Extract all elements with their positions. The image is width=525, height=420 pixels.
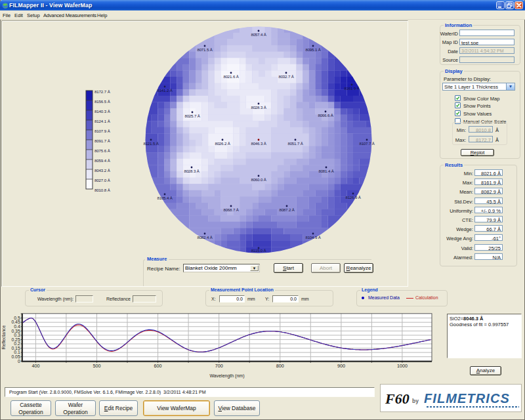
svg-text:8141.2 Å: 8141.2 Å bbox=[157, 88, 173, 93]
svg-text:0.15: 0.15 bbox=[11, 346, 20, 350]
svg-text:8075.6 Å: 8075.6 Å bbox=[94, 148, 111, 153]
svg-text:8026.2 Å: 8026.2 Å bbox=[215, 141, 230, 146]
svg-text:8126.9 Å: 8126.9 Å bbox=[345, 195, 361, 200]
svg-text:0.35: 0.35 bbox=[11, 329, 20, 333]
svg-text:8010.8 Å: 8010.8 Å bbox=[94, 188, 111, 192]
svg-text:900: 900 bbox=[337, 363, 345, 369]
svg-text:8021.6 Å: 8021.6 Å bbox=[223, 74, 239, 79]
svg-text:0.45: 0.45 bbox=[11, 320, 20, 324]
svg-text:8043.2 Å: 8043.2 Å bbox=[94, 168, 111, 173]
svg-text:0.2: 0.2 bbox=[14, 341, 20, 346]
svg-text:0.4: 0.4 bbox=[14, 324, 20, 329]
svg-text:8172.7 Å: 8172.7 Å bbox=[94, 89, 111, 94]
svg-text:Reflectance: Reflectance bbox=[1, 325, 6, 349]
svg-text:0.25: 0.25 bbox=[11, 337, 20, 342]
svg-text:8115.0 Å: 8115.0 Å bbox=[251, 248, 267, 253]
svg-text:8032.7 Å: 8032.7 Å bbox=[278, 74, 294, 79]
svg-text:8068.7 Å: 8068.7 Å bbox=[223, 207, 239, 212]
svg-text:8028.3 Å: 8028.3 Å bbox=[184, 169, 200, 173]
svg-text:8107.9 Å: 8107.9 Å bbox=[94, 129, 111, 133]
svg-text:8087.2 Å: 8087.2 Å bbox=[279, 207, 295, 212]
svg-text:8066.6 Å: 8066.6 Å bbox=[318, 113, 333, 117]
svg-text:8121.5 Å: 8121.5 Å bbox=[143, 141, 159, 146]
svg-text:8161.9 Å: 8161.9 Å bbox=[344, 86, 360, 91]
svg-text:8107.7 Å: 8107.7 Å bbox=[359, 141, 375, 146]
svg-text:8156.5 Å: 8156.5 Å bbox=[94, 99, 111, 104]
svg-text:8071.5 Å: 8071.5 Å bbox=[197, 47, 213, 52]
svg-text:8046.3 Å: 8046.3 Å bbox=[251, 141, 266, 146]
svg-text:8028.3 Å: 8028.3 Å bbox=[251, 105, 266, 110]
svg-text:8082.4 Å: 8082.4 Å bbox=[197, 235, 213, 240]
svg-text:8059.4 Å: 8059.4 Å bbox=[94, 158, 111, 163]
svg-text:0: 0 bbox=[18, 359, 20, 364]
svg-text:8104.9 Å: 8104.9 Å bbox=[305, 235, 321, 240]
svg-text:400: 400 bbox=[32, 363, 39, 369]
svg-text:0.05: 0.05 bbox=[11, 354, 20, 359]
svg-text:1000: 1000 bbox=[397, 363, 408, 369]
svg-text:8091.7 Å: 8091.7 Å bbox=[94, 138, 111, 143]
svg-text:0.3: 0.3 bbox=[14, 333, 20, 337]
svg-text:600: 600 bbox=[154, 363, 162, 369]
svg-text:8057.4 Å: 8057.4 Å bbox=[251, 32, 266, 37]
svg-text:8140.3 Å: 8140.3 Å bbox=[94, 109, 111, 114]
svg-text:500: 500 bbox=[93, 363, 101, 369]
svg-text:8081.4 Å: 8081.4 Å bbox=[318, 169, 334, 173]
svg-text:8095.1 Å: 8095.1 Å bbox=[305, 47, 321, 52]
svg-text:Wavelength (nm): Wavelength (nm) bbox=[209, 373, 244, 379]
svg-text:8105.4 Å: 8105.4 Å bbox=[157, 196, 173, 200]
svg-text:8060.0 Å: 8060.0 Å bbox=[251, 177, 266, 182]
svg-text:700: 700 bbox=[215, 363, 223, 369]
svg-text:8051.7 Å: 8051.7 Å bbox=[287, 141, 303, 146]
svg-text:8025.7 Å: 8025.7 Å bbox=[184, 114, 200, 118]
svg-text:8124.1 Å: 8124.1 Å bbox=[94, 119, 111, 123]
svg-text:0.1: 0.1 bbox=[14, 350, 20, 354]
svg-text:0.5: 0.5 bbox=[14, 316, 20, 320]
svg-text:800: 800 bbox=[276, 363, 284, 369]
svg-text:8027.0 Å: 8027.0 Å bbox=[94, 178, 111, 182]
